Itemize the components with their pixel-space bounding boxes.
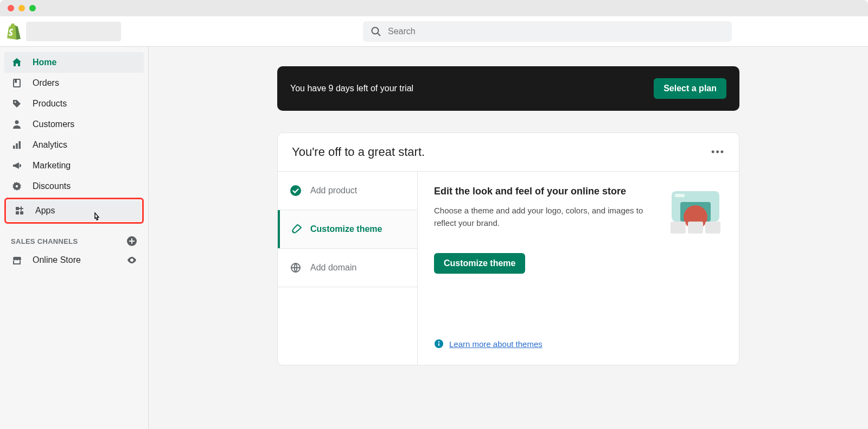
analytics-icon <box>11 140 23 150</box>
sales-channels-label: SALES CHANNELS <box>11 237 78 245</box>
sidebar-item-label: Products <box>33 99 67 109</box>
sidebar-item-label: Orders <box>33 78 59 88</box>
sidebar-item-label: Online Store <box>33 255 81 265</box>
window-title-bar <box>0 0 868 16</box>
customers-icon <box>11 119 23 130</box>
shopify-logo-icon <box>7 23 21 40</box>
sales-channels-section: SALES CHANNELS Online Store <box>4 236 144 270</box>
check-icon <box>290 185 302 197</box>
search-field[interactable] <box>363 21 732 42</box>
svg-point-8 <box>16 185 18 187</box>
sidebar-item-label: Apps <box>35 206 55 216</box>
onboarding-steps: Add product Customize theme <box>278 172 418 365</box>
select-plan-button[interactable]: Select a plan <box>654 78 726 99</box>
learn-more-row: Learn more about themes <box>434 339 723 349</box>
sales-channels-header: SALES CHANNELS <box>4 236 144 247</box>
sidebar-item-analytics[interactable]: Analytics <box>4 135 144 155</box>
trial-banner-text: You have 9 days left of your trial <box>290 84 413 93</box>
add-channel-button[interactable] <box>126 236 137 247</box>
search-icon <box>371 26 381 37</box>
onboarding-card-header: You're off to a great start. ••• <box>278 133 739 172</box>
svg-rect-9 <box>16 207 19 210</box>
sidebar-item-label: Home <box>33 58 56 67</box>
step-label: Customize theme <box>310 224 382 234</box>
svg-rect-16 <box>675 194 685 197</box>
top-header <box>0 16 868 47</box>
sidebar-item-products[interactable]: Products <box>4 93 144 114</box>
svg-point-24 <box>438 341 439 342</box>
sidebar-item-label: Analytics <box>33 140 67 150</box>
store-name-placeholder <box>26 22 121 41</box>
main-area: You have 9 days left of your trial Selec… <box>149 47 868 429</box>
svg-point-0 <box>372 27 379 34</box>
learn-more-link[interactable]: Learn more about themes <box>449 339 542 349</box>
brand-block <box>7 22 121 41</box>
trial-banner: You have 9 days left of your trial Selec… <box>277 66 739 111</box>
step-label: Add domain <box>310 263 356 273</box>
store-icon <box>11 255 23 266</box>
sidebar-item-customers[interactable]: Customers <box>4 114 144 135</box>
apps-highlight-box: Apps <box>4 198 144 224</box>
theme-illustration-icon <box>668 186 723 235</box>
svg-rect-19 <box>671 222 686 234</box>
brush-icon <box>290 223 302 235</box>
step-customize-theme[interactable]: Customize theme <box>278 210 417 249</box>
search-input[interactable] <box>387 26 724 37</box>
orders-icon <box>11 78 23 89</box>
products-icon <box>11 98 23 109</box>
sidebar-item-discounts[interactable]: Discounts <box>4 176 144 197</box>
home-icon <box>11 57 23 68</box>
view-store-icon[interactable] <box>126 255 137 266</box>
svg-rect-6 <box>16 143 18 149</box>
sidebar-item-home[interactable]: Home <box>4 52 144 73</box>
step-add-domain[interactable]: Add domain <box>278 249 417 287</box>
search-container <box>363 21 732 42</box>
onboarding-card: You're off to a great start. ••• Add pro… <box>277 133 739 365</box>
svg-rect-23 <box>438 343 439 346</box>
sidebar-item-label: Marketing <box>33 161 71 171</box>
sidebar-item-online-store[interactable]: Online Store <box>4 250 144 270</box>
onboarding-detail: Edit the look and feel of your online st… <box>418 172 739 365</box>
svg-rect-5 <box>13 146 15 149</box>
svg-rect-11 <box>16 211 19 214</box>
customize-theme-button[interactable]: Customize theme <box>434 253 525 274</box>
svg-rect-20 <box>688 222 703 234</box>
sidebar-item-orders[interactable]: Orders <box>4 73 144 93</box>
window-minimize-dot[interactable] <box>18 5 25 11</box>
svg-line-1 <box>378 33 381 36</box>
svg-rect-7 <box>19 141 21 149</box>
sidebar-item-marketing[interactable]: Marketing <box>4 155 144 176</box>
svg-rect-21 <box>705 222 720 234</box>
sidebar: Home Orders Products Customers Analytics <box>0 47 149 429</box>
detail-heading: Edit the look and feel of your online st… <box>434 186 652 197</box>
onboarding-title: You're off to a great start. <box>292 145 425 159</box>
svg-point-13 <box>290 185 301 196</box>
marketing-icon <box>11 160 23 171</box>
sidebar-item-label: Customers <box>33 119 74 129</box>
window-zoom-dot[interactable] <box>29 5 36 11</box>
sidebar-item-label: Discounts <box>33 181 71 191</box>
apps-icon <box>14 205 25 216</box>
step-add-product[interactable]: Add product <box>278 172 417 210</box>
svg-rect-10 <box>20 211 23 214</box>
info-icon <box>434 339 444 349</box>
window-close-dot[interactable] <box>8 5 14 11</box>
discounts-icon <box>11 181 23 192</box>
sidebar-item-apps[interactable]: Apps <box>7 200 141 221</box>
globe-icon <box>290 262 302 274</box>
svg-point-3 <box>15 102 16 103</box>
step-label: Add product <box>310 186 357 195</box>
detail-body: Choose a theme and add your logo, colors… <box>434 205 652 229</box>
card-more-icon[interactable]: ••• <box>711 147 725 158</box>
svg-point-4 <box>15 121 19 124</box>
